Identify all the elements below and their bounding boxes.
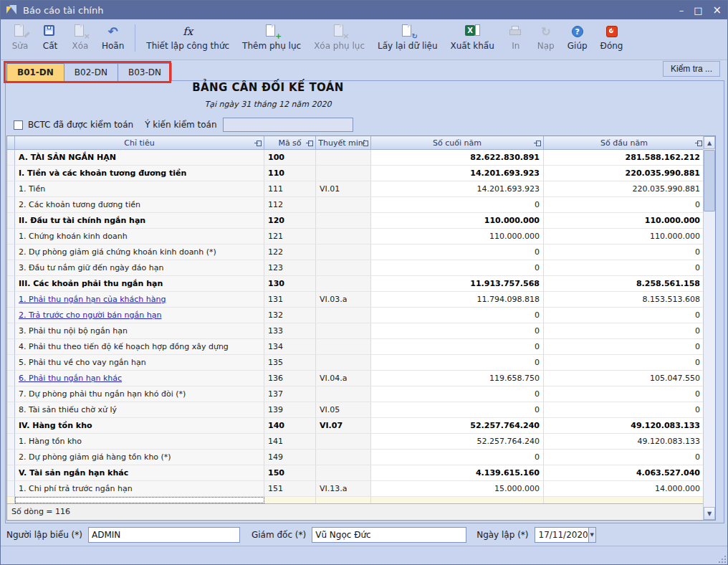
table-row[interactable]: 2. Dự phòng giảm giá chứng khoán kinh do… bbox=[7, 244, 715, 260]
code-cell: 131 bbox=[264, 292, 316, 308]
row-indicator-cell bbox=[7, 355, 15, 371]
pin-icon[interactable] bbox=[305, 141, 313, 146]
table-row[interactable]: 2. Trả trước cho người bán ngắn hạn13200 bbox=[7, 308, 715, 323]
code-cell: 135 bbox=[264, 355, 316, 371]
minimize-icon[interactable]: – bbox=[679, 6, 684, 15]
column-header-thuyet-minh[interactable]: Thuyết minh bbox=[316, 136, 371, 149]
edit-page-icon bbox=[11, 24, 29, 39]
toolbar-button-reload-data[interactable]: ↻Lấy lại dữ liệu bbox=[371, 22, 444, 52]
end-year-cell: 119.658.750 bbox=[371, 371, 544, 386]
column-header-so-dau-nam[interactable]: Số đầu năm bbox=[544, 136, 704, 149]
table-row[interactable]: 1. Phải thu ngắn hạn của khách hàng131VI… bbox=[7, 292, 715, 308]
table-row[interactable]: 3. Phải thu nội bộ ngắn hạn13300 bbox=[7, 323, 715, 339]
column-header-chi-tieu[interactable]: Chỉ tiêu bbox=[15, 136, 264, 149]
opinion-input[interactable] bbox=[223, 118, 353, 132]
table-row[interactable]: 2. Dự phòng giảm giá hàng tồn kho (*)149… bbox=[7, 450, 715, 465]
begin-year-cell: 220.035.990.881 bbox=[544, 181, 704, 197]
note-cell bbox=[316, 260, 371, 276]
table-row[interactable]: 7. Dự phòng phải thu ngắn hạn khó đòi (*… bbox=[7, 386, 715, 402]
code-cell: 149 bbox=[264, 450, 316, 465]
begin-year-cell: 281.588.162.212 bbox=[544, 150, 704, 166]
toolbar-button-label: Xóa bbox=[72, 41, 89, 51]
date-value: 17/11/2020 bbox=[535, 530, 588, 540]
delete-page-icon: × bbox=[72, 24, 89, 39]
preparer-input[interactable] bbox=[88, 527, 240, 543]
add-appendix-icon: + bbox=[263, 24, 280, 39]
end-year-cell: 0 bbox=[371, 244, 544, 260]
vertical-scrollbar[interactable]: ▲ ▼ bbox=[703, 136, 715, 520]
table-row[interactable]: 8. Tài sản thiếu chờ xử lý139VI.0500 bbox=[7, 402, 715, 418]
table-row[interactable]: II. Đầu tư tài chính ngắn hạn120110.000.… bbox=[7, 213, 715, 229]
combo-dropdown-icon[interactable]: ▼ bbox=[588, 528, 595, 542]
row-indicator-cell bbox=[7, 181, 15, 197]
toolbar-button-save[interactable]: Cất bbox=[35, 22, 65, 52]
app-window: Báo cáo tài chính – □ × SửaCất×Xóa↶Hoãnf… bbox=[0, 0, 728, 565]
table-row[interactable]: 1. Chi phí trả trước ngắn hạn151VI.13.a1… bbox=[7, 481, 715, 497]
toolbar-button-export[interactable]: XXuất khẩu bbox=[444, 22, 501, 52]
row-indicator-cell bbox=[7, 386, 15, 402]
criteria-cell: IV. Hàng tồn kho bbox=[15, 418, 264, 434]
close-app-icon bbox=[603, 24, 621, 39]
end-year-cell: 52.257.764.240 bbox=[371, 434, 544, 450]
table-row[interactable]: V. Tài sản ngắn hạn khác1504.139.615.160… bbox=[7, 465, 715, 481]
note-cell bbox=[316, 150, 371, 166]
pin-icon[interactable] bbox=[254, 141, 262, 146]
table-row[interactable]: 1. Hàng tồn kho14152.257.764.24049.120.0… bbox=[7, 434, 715, 450]
partial-next-row bbox=[7, 497, 715, 503]
table-row[interactable]: 6. Phải thu ngắn hạn khác136VI.04.a119.6… bbox=[7, 371, 715, 386]
row-indicator-cell bbox=[7, 465, 15, 481]
toolbar-button-add-appendix[interactable]: +Thêm phụ lục bbox=[236, 22, 307, 52]
end-year-cell: 0 bbox=[371, 323, 544, 339]
criteria-cell: II. Đầu tư tài chính ngắn hạn bbox=[15, 213, 264, 229]
table-row[interactable]: 2. Các khoản tương đương tiền11200 bbox=[7, 197, 715, 213]
tab-b01-dn[interactable]: B01-DN bbox=[6, 63, 64, 81]
toolbar-button-close[interactable]: Đóng bbox=[594, 22, 630, 52]
note-cell bbox=[316, 355, 371, 371]
director-input[interactable] bbox=[312, 527, 466, 543]
scroll-up-icon[interactable]: ▲ bbox=[704, 136, 715, 149]
criteria-cell: 2. Dự phòng giảm giá hàng tồn kho (*) bbox=[15, 450, 264, 465]
toolbar-button-setup-formula[interactable]: fxThiết lập công thức bbox=[140, 22, 236, 52]
table-row[interactable]: IV. Hàng tồn kho140VI.0752.257.764.24049… bbox=[7, 418, 715, 434]
table-row[interactable]: 4. Phải thu theo tiến độ kế hoạch hợp đồ… bbox=[7, 339, 715, 355]
table-row[interactable]: 3. Đầu tư nắm giữ đến ngày đáo hạn12300 bbox=[7, 260, 715, 276]
table-row[interactable]: 1. Chứng khoán kinh doanh121110.000.0001… bbox=[7, 229, 715, 244]
toolbar-button-load: ↻Nạp bbox=[531, 22, 561, 52]
table-row[interactable]: 5. Phải thu về cho vay ngắn hạn13500 bbox=[7, 355, 715, 371]
table-row[interactable]: 1. Tiền111VI.0114.201.693.923220.035.990… bbox=[7, 181, 715, 197]
audited-checkbox[interactable] bbox=[14, 120, 23, 130]
pin-icon[interactable] bbox=[533, 141, 541, 146]
row-indicator-cell bbox=[7, 292, 15, 308]
toolbar-button-undo[interactable]: ↶Hoãn bbox=[95, 22, 130, 52]
table-row[interactable]: III. Các khoản phải thu ngắn hạn13011.91… bbox=[7, 276, 715, 292]
criteria-cell: A. TÀI SẢN NGẮN HẠN bbox=[15, 150, 264, 166]
begin-year-cell: 0 bbox=[544, 355, 704, 371]
date-label: Ngày lập (*) bbox=[476, 530, 528, 540]
code-cell: 130 bbox=[264, 276, 316, 292]
focused-cell[interactable] bbox=[15, 497, 264, 503]
tab-b03-dn[interactable]: B03-DN bbox=[118, 63, 172, 81]
maximize-icon[interactable]: □ bbox=[694, 6, 702, 15]
note-cell bbox=[316, 434, 371, 450]
toolbar-button-help[interactable]: ?Giúp bbox=[561, 22, 594, 52]
table-row[interactable]: A. TÀI SẢN NGẮN HẠN10082.622.830.891281.… bbox=[7, 150, 715, 166]
column-header-so-cuoi-nam[interactable]: Số cuối năm bbox=[371, 136, 544, 149]
begin-year-cell: 49.120.083.133 bbox=[544, 434, 704, 450]
scroll-down-icon[interactable]: ▼ bbox=[704, 507, 715, 520]
tab-b02-dn[interactable]: B02-DN bbox=[64, 63, 118, 81]
criteria-cell: 3. Phải thu nội bộ ngắn hạn bbox=[15, 323, 264, 339]
code-cell: 136 bbox=[264, 371, 316, 386]
close-icon[interactable]: × bbox=[712, 5, 722, 16]
scrollbar-thumb[interactable] bbox=[704, 150, 715, 212]
pin-icon[interactable] bbox=[694, 141, 702, 146]
check-button[interactable]: Kiểm tra ... bbox=[663, 61, 720, 77]
resize-grip[interactable] bbox=[717, 554, 726, 563]
column-header-ma-so[interactable]: Mã số bbox=[264, 136, 316, 149]
note-cell bbox=[316, 323, 371, 339]
end-year-cell: 110.000.000 bbox=[371, 213, 544, 229]
date-combobox[interactable]: 17/11/2020 ▼ bbox=[535, 527, 596, 543]
table-row[interactable]: I. Tiền và các khoản tương đương tiền110… bbox=[7, 166, 715, 181]
pin-icon[interactable] bbox=[360, 141, 368, 146]
tab-strip: B01-DNB02-DNB03-DN bbox=[6, 63, 171, 81]
refresh-icon: ↻ bbox=[537, 24, 555, 39]
